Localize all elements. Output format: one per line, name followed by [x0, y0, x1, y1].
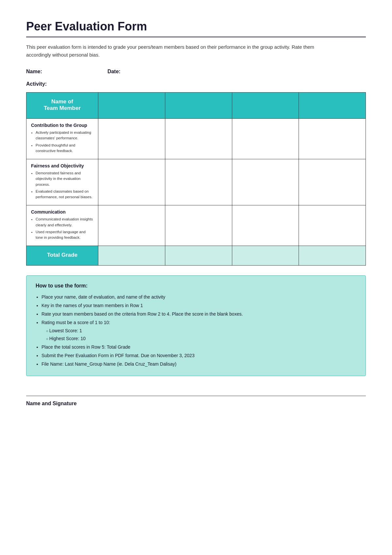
total-grade-label: Total Grade	[26, 246, 98, 266]
footer-label: Name and Signature	[26, 401, 366, 407]
score-cell-1-2[interactable]	[165, 119, 232, 159]
lowest-score: Lowest Score: 1	[46, 327, 356, 335]
rating-sub-list: Lowest Score: 1 Highest Score: 10	[41, 327, 356, 343]
criteria-list-2: Demonstrated fairness and objectivity in…	[31, 170, 93, 200]
instruction-6: Submit the Peer Evaluation Form in PDF f…	[41, 352, 356, 360]
total-row: Total Grade	[26, 246, 366, 266]
score-cell-3-4[interactable]	[299, 205, 366, 246]
form-description: This peer evaluation form is intended to…	[26, 43, 320, 59]
criteria-row-3: Communication Communicated evaluation in…	[26, 205, 366, 246]
score-cell-3-2[interactable]	[165, 205, 232, 246]
score-cell-2-1[interactable]	[98, 159, 165, 205]
score-cell-2-3[interactable]	[232, 159, 299, 205]
score-cell-2-2[interactable]	[165, 159, 232, 205]
team-member-header: Name ofTeam Member	[26, 93, 98, 119]
instruction-7: File Name: Last Name_Group Name (ie. Del…	[41, 360, 356, 368]
score-cell-1-3[interactable]	[232, 119, 299, 159]
page-title: Peer Evaluation Form	[26, 20, 366, 33]
criteria-item-2-2: Evaluated classmates based on performanc…	[36, 189, 93, 200]
instructions-title: How to use the form:	[36, 283, 356, 289]
criteria-contribution: Contribution to the Group Actively parti…	[26, 119, 98, 159]
instruction-1: Place your name, date of evaluation, and…	[41, 293, 356, 301]
criteria-title-2: Fairness and Objectivity	[31, 163, 93, 168]
name-label: Name:	[26, 69, 42, 75]
instructions-list: Place your name, date of evaluation, and…	[36, 293, 356, 368]
instructions-box: How to use the form: Place your name, da…	[26, 275, 366, 376]
score-cell-3-1[interactable]	[98, 205, 165, 246]
total-blank-2[interactable]	[165, 246, 232, 266]
score-cell-1-4[interactable]	[299, 119, 366, 159]
date-label: Date:	[107, 69, 121, 75]
criteria-item-1-1: Actively participated in evaluating clas…	[36, 130, 93, 141]
header-blank-2	[165, 93, 232, 119]
total-blank-3[interactable]	[232, 246, 299, 266]
criteria-item-1-2: Provided thoughtful and constructive fee…	[36, 143, 93, 154]
criteria-list-1: Actively participated in evaluating clas…	[31, 130, 93, 154]
criteria-fairness: Fairness and Objectivity Demonstrated fa…	[26, 159, 98, 205]
criteria-item-3-2: Used respectful language and tone in pro…	[36, 229, 93, 241]
score-cell-2-4[interactable]	[299, 159, 366, 205]
criteria-row-2: Fairness and Objectivity Demonstrated fa…	[26, 159, 366, 205]
total-blank-4[interactable]	[299, 246, 366, 266]
total-blank-1[interactable]	[98, 246, 165, 266]
score-cell-1-1[interactable]	[98, 119, 165, 159]
header-blank-4	[299, 93, 366, 119]
footer-divider	[26, 396, 366, 396]
criteria-title-1: Contribution to the Group	[31, 123, 93, 128]
criteria-communication: Communication Communicated evaluation in…	[26, 205, 98, 246]
evaluation-table: Name ofTeam Member Contribution to the G…	[26, 92, 366, 266]
instruction-4: Rating must be a score of 1 to 10: Lowes…	[41, 319, 356, 343]
criteria-row-1: Contribution to the Group Actively parti…	[26, 119, 366, 159]
highest-score: Highest Score: 10	[46, 335, 356, 343]
activity-label: Activity:	[26, 81, 366, 87]
instruction-3: Rate your team members based on the crit…	[41, 310, 356, 318]
header-blank-3	[232, 93, 299, 119]
header-blank-1	[98, 93, 165, 119]
score-cell-3-3[interactable]	[232, 205, 299, 246]
criteria-list-3: Communicated evaluation insights clearly…	[31, 217, 93, 240]
header-row: Name ofTeam Member	[26, 93, 366, 119]
instruction-5: Place the total scores in Row 5: Total G…	[41, 343, 356, 351]
instruction-2: Key in the names of your team members in…	[41, 302, 356, 310]
title-divider	[26, 37, 366, 37]
criteria-item-2-1: Demonstrated fairness and objectivity in…	[36, 170, 93, 187]
criteria-title-3: Communication	[31, 209, 93, 215]
meta-row: Name: Date:	[26, 69, 366, 75]
criteria-item-3-1: Communicated evaluation insights clearly…	[36, 217, 93, 228]
